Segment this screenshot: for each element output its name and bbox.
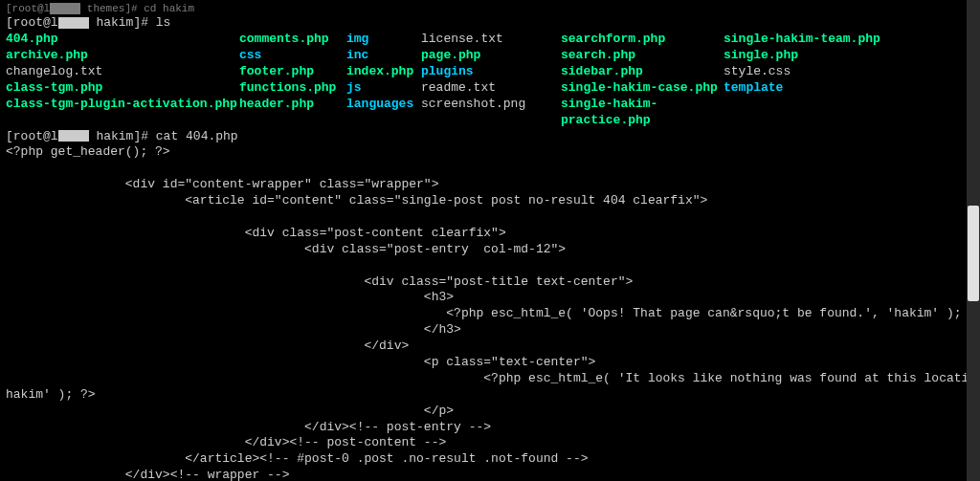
code-line: </article><!-- #post-0 .post .no-result … — [6, 451, 589, 466]
code-line: <div id="content-wrapper" class="wrapper… — [6, 177, 438, 191]
prompt-line-ls: [root@l hakim]# ls — [6, 15, 974, 32]
code-line: </div><!-- post-entry --> — [6, 420, 491, 434]
ls-file: screenshot.png — [421, 97, 561, 129]
ls-dir: template — [724, 80, 974, 97]
ls-file: header.php — [239, 97, 346, 129]
ls-file: search.php — [561, 48, 724, 64]
ls-file: comments.php — [239, 32, 346, 48]
code-line: <div class="post-title text-center"> — [6, 274, 633, 289]
ls-file: functions.php — [239, 80, 346, 97]
code-line: <?php esc_html_e( 'It looks like nothing… — [6, 371, 980, 385]
ls-file: style.css — [724, 64, 974, 80]
ls-dir: inc — [346, 48, 421, 64]
ls-file: license.txt — [421, 32, 561, 48]
code-line: hakim' ); ?> — [6, 387, 96, 402]
ls-file: single-hakim-case.php — [561, 80, 724, 97]
redacted-host — [58, 17, 89, 29]
ls-file: index.php — [346, 64, 421, 80]
prompt-line-prev: [root@l themes]# cd hakim — [6, 2, 974, 15]
code-line: <?php esc_html_e( 'Oops! That page can&r… — [6, 306, 980, 320]
code-line: <div class="post-content clearfix"> — [6, 226, 506, 240]
code-line: <article id="content" class="single-post… — [6, 193, 707, 208]
ls-dir: css — [239, 48, 346, 64]
ls-file: single-hakim-practice.php — [561, 97, 724, 129]
code-line: <p class="text-center"> — [6, 355, 595, 369]
code-line: <?php get_header(); ?> — [6, 144, 170, 159]
prompt-user-host: [root@l — [6, 15, 58, 30]
ls-file: footer.php — [239, 64, 346, 80]
ls-dir: img — [346, 32, 421, 48]
ls-dir: plugins — [421, 64, 561, 80]
ls-file: searchform.php — [561, 32, 724, 48]
code-line: <div class="post-entry col-md-12"> — [6, 242, 566, 256]
scrollbar-thumb[interactable] — [968, 206, 979, 301]
ls-file: class-tgm-plugin-activation.php — [6, 97, 239, 129]
ls-file: sidebar.php — [561, 64, 724, 80]
ls-file: readme.txt — [421, 80, 561, 97]
ls-file — [724, 97, 974, 129]
code-line: </h3> — [6, 322, 461, 337]
code-line: </div><!-- wrapper --> — [6, 468, 289, 481]
redacted-host — [58, 130, 89, 142]
prompt-cmd-ls: hakim]# ls — [89, 15, 171, 30]
ls-file: single.php — [724, 48, 974, 64]
cat-output: <?php get_header(); ?> <div id="content-… — [6, 144, 974, 481]
ls-file: changelog.txt — [6, 64, 239, 80]
ls-file: single-hakim-team.php — [724, 32, 974, 48]
ls-file: 404.php — [6, 32, 239, 48]
ls-file: page.php — [421, 48, 561, 64]
prompt-line-cat: [root@l hakim]# cat 404.php — [6, 129, 974, 145]
ls-output: 404.php comments.php img license.txt sea… — [6, 32, 974, 128]
code-line: </div><!-- post-content --> — [6, 435, 446, 449]
code-line: <h3> — [6, 290, 454, 304]
vertical-scrollbar[interactable] — [967, 0, 980, 481]
code-line: </div> — [6, 339, 409, 353]
prompt-cmd-cat: hakim]# cat 404.php — [89, 129, 238, 143]
ls-dir: languages — [346, 97, 421, 129]
ls-dir: js — [346, 80, 421, 97]
ls-file: archive.php — [6, 48, 239, 64]
ls-file: class-tgm.php — [6, 80, 239, 97]
prompt-user-host: [root@l — [6, 129, 58, 143]
code-line: </p> — [6, 404, 454, 418]
terminal-output[interactable]: [root@l themes]# cd hakim [root@l hakim]… — [6, 2, 974, 481]
